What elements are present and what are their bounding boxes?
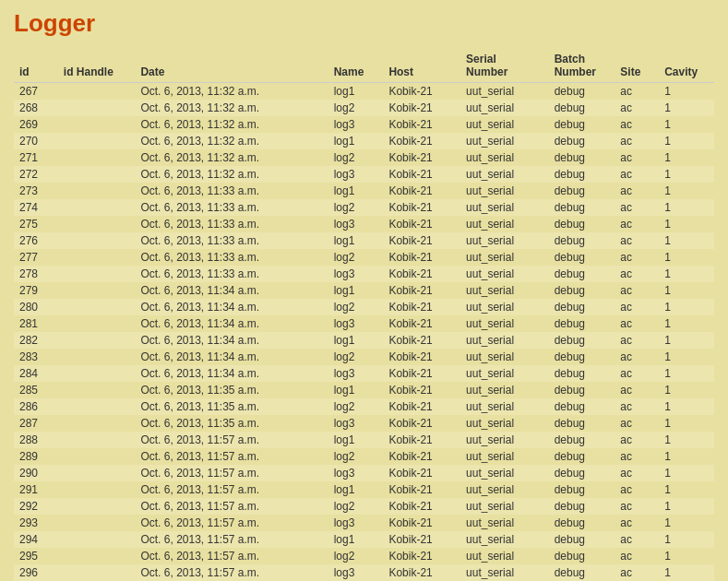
cell-id: 267 (14, 83, 58, 101)
cell-cavity: 1 (659, 332, 714, 349)
cell-name: log2 (328, 149, 384, 166)
cell-batch_number: debug (549, 199, 615, 216)
table-row: 295Oct. 6, 2013, 11:57 a.m.log2Kobik-21u… (14, 548, 714, 564)
col-header-date: Date (135, 49, 328, 83)
cell-cavity: 1 (659, 100, 714, 116)
cell-name: log2 (328, 398, 384, 415)
cell-serial_number: uut_serial (460, 382, 549, 398)
cell-id: 291 (14, 481, 58, 498)
col-header-id: id (14, 49, 58, 83)
cell-name: log3 (328, 266, 384, 282)
cell-date: Oct. 6, 2013, 11:57 a.m. (135, 531, 328, 548)
table-row: 288Oct. 6, 2013, 11:57 a.m.log1Kobik-21u… (14, 432, 714, 448)
cell-id_handle (58, 133, 136, 149)
cell-site: ac (615, 481, 659, 498)
cell-host: Kobik-21 (383, 116, 460, 133)
cell-batch_number: debug (549, 498, 615, 515)
cell-batch_number: debug (549, 398, 615, 415)
cell-name: log2 (328, 498, 384, 515)
table-row: 278Oct. 6, 2013, 11:33 a.m.log3Kobik-21u… (14, 266, 714, 282)
cell-id_handle (58, 515, 136, 531)
cell-host: Kobik-21 (383, 199, 460, 216)
cell-serial_number: uut_serial (460, 332, 549, 349)
cell-date: Oct. 6, 2013, 11:57 a.m. (135, 498, 328, 515)
cell-host: Kobik-21 (383, 382, 460, 398)
cell-site: ac (615, 149, 659, 166)
cell-cavity: 1 (659, 199, 714, 216)
cell-batch_number: debug (549, 332, 615, 349)
cell-cavity: 1 (659, 232, 714, 249)
cell-date: Oct. 6, 2013, 11:57 a.m. (135, 481, 328, 498)
cell-serial_number: uut_serial (460, 564, 549, 581)
cell-id_handle (58, 282, 136, 299)
cell-batch_number: debug (549, 299, 615, 315)
cell-name: log2 (328, 100, 384, 116)
table-row: 289Oct. 6, 2013, 11:57 a.m.log2Kobik-21u… (14, 448, 714, 465)
cell-id_handle (58, 149, 136, 166)
cell-name: log3 (328, 515, 384, 531)
cell-cavity: 1 (659, 415, 714, 432)
cell-host: Kobik-21 (383, 564, 460, 581)
cell-serial_number: uut_serial (460, 282, 549, 299)
cell-id_handle (58, 266, 136, 282)
col-header-host: Host (383, 49, 460, 83)
cell-batch_number: debug (549, 116, 615, 133)
cell-host: Kobik-21 (383, 133, 460, 149)
cell-host: Kobik-21 (383, 432, 460, 448)
cell-id: 294 (14, 531, 58, 548)
cell-site: ac (615, 415, 659, 432)
cell-id_handle (58, 481, 136, 498)
cell-name: log3 (328, 415, 384, 432)
cell-cavity: 1 (659, 282, 714, 299)
table-row: 267Oct. 6, 2013, 11:32 a.m.log1Kobik-21u… (14, 83, 714, 101)
cell-site: ac (615, 232, 659, 249)
cell-serial_number: uut_serial (460, 232, 549, 249)
cell-host: Kobik-21 (383, 83, 460, 101)
cell-site: ac (615, 531, 659, 548)
cell-name: log2 (328, 249, 384, 266)
cell-cavity: 1 (659, 216, 714, 232)
col-header-id-handle: id Handle (58, 49, 136, 83)
cell-cavity: 1 (659, 564, 714, 581)
cell-host: Kobik-21 (383, 365, 460, 382)
cell-host: Kobik-21 (383, 183, 460, 199)
cell-date: Oct. 6, 2013, 11:34 a.m. (135, 332, 328, 349)
cell-id_handle (58, 415, 136, 432)
col-header-serial-number: SerialNumber (460, 49, 549, 83)
cell-date: Oct. 6, 2013, 11:33 a.m. (135, 249, 328, 266)
cell-id_handle (58, 531, 136, 548)
cell-host: Kobik-21 (383, 415, 460, 432)
cell-name: log3 (328, 365, 384, 382)
cell-site: ac (615, 448, 659, 465)
cell-site: ac (615, 216, 659, 232)
cell-id: 285 (14, 382, 58, 398)
cell-name: log1 (328, 481, 384, 498)
cell-id: 288 (14, 432, 58, 448)
cell-cavity: 1 (659, 299, 714, 315)
cell-cavity: 1 (659, 515, 714, 531)
cell-date: Oct. 6, 2013, 11:32 a.m. (135, 149, 328, 166)
cell-id: 282 (14, 332, 58, 349)
table-row: 284Oct. 6, 2013, 11:34 a.m.log3Kobik-21u… (14, 365, 714, 382)
cell-host: Kobik-21 (383, 481, 460, 498)
cell-batch_number: debug (549, 564, 615, 581)
cell-site: ac (615, 83, 659, 101)
cell-cavity: 1 (659, 266, 714, 282)
cell-serial_number: uut_serial (460, 365, 549, 382)
cell-host: Kobik-21 (383, 100, 460, 116)
cell-id_handle (58, 100, 136, 116)
cell-site: ac (615, 398, 659, 415)
cell-host: Kobik-21 (383, 332, 460, 349)
cell-date: Oct. 6, 2013, 11:32 a.m. (135, 166, 328, 183)
cell-id_handle (58, 564, 136, 581)
cell-id: 278 (14, 266, 58, 282)
cell-id_handle (58, 432, 136, 448)
cell-name: log2 (328, 299, 384, 315)
cell-batch_number: debug (549, 216, 615, 232)
cell-serial_number: uut_serial (460, 398, 549, 415)
cell-site: ac (615, 365, 659, 382)
cell-serial_number: uut_serial (460, 415, 549, 432)
col-header-site: Site (615, 49, 659, 83)
col-header-name: Name (328, 49, 384, 83)
cell-cavity: 1 (659, 548, 714, 564)
